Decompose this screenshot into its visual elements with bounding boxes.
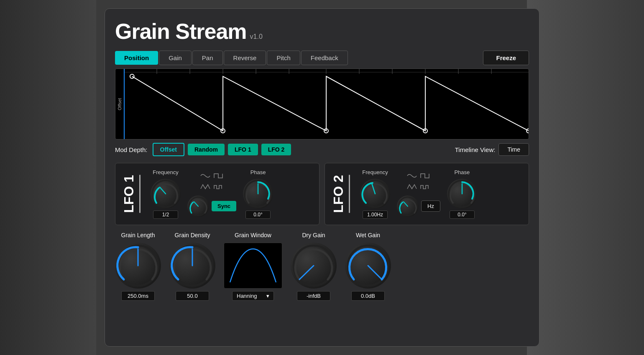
tab-position[interactable]: Position — [115, 51, 158, 65]
lfo2-square-wave-icon[interactable] — [419, 171, 431, 180]
lfo2-waveform-knob[interactable] — [397, 195, 419, 217]
grain-window-select[interactable]: Hanning ▾ — [232, 291, 274, 301]
dry-gain-value: -infdB — [297, 291, 330, 301]
mod-offset-button[interactable]: Offset — [153, 143, 184, 156]
lfo2-sine-wave-icon[interactable] — [406, 171, 418, 180]
lfo-sections: LFO 1 Frequency 1/2 — [115, 163, 529, 225]
lfo1-frequency-value: 1/2 — [153, 210, 178, 219]
mod-random-button[interactable]: Random — [188, 144, 225, 155]
grain-density-label: Grain Density — [175, 232, 210, 238]
background-right — [527, 0, 644, 355]
timeline-button[interactable]: Time — [498, 143, 529, 156]
lfo1-phase-knob[interactable] — [243, 179, 273, 209]
lfo2-phase-label: Phase — [454, 169, 470, 175]
lfo1-waveform-icons — [199, 171, 225, 191]
wet-gain-value: 0.0dB — [351, 291, 385, 301]
grain-window-value: Hanning — [237, 293, 257, 299]
square-wave-icon[interactable] — [213, 171, 225, 180]
lfo2-frequency-group: Frequency 1.00Hz — [360, 169, 390, 219]
wet-gain-label: Wet Gain — [356, 232, 380, 238]
lfo1-section: LFO 1 Frequency 1/2 — [115, 163, 319, 225]
dry-gain-group: Dry Gain -infdB — [291, 232, 337, 301]
grain-window-display — [224, 243, 282, 289]
grain-length-value: 250.0ms — [121, 291, 155, 301]
lfo1-phase-label: Phase — [250, 169, 266, 175]
grain-length-group: Grain Length 250.0ms — [115, 232, 161, 301]
dry-gain-label: Dry Gain — [302, 232, 325, 238]
lfo2-title: LFO 2 — [331, 175, 350, 213]
wet-gain-knob[interactable] — [345, 243, 391, 289]
tab-gain[interactable]: Gain — [159, 51, 192, 65]
svg-line-37 — [368, 266, 381, 279]
lfo2-frequency-knob[interactable] — [360, 179, 390, 209]
offset-line — [124, 69, 125, 139]
grain-window-group: Grain Window Hanning ▾ — [224, 232, 282, 301]
lfo2-sawtooth-wave-icon[interactable] — [419, 182, 431, 191]
header: Grain Stream v1.0 — [115, 19, 529, 44]
lfo1-waveform-selector: Sync — [187, 171, 236, 217]
mod-depth-row: Mod Depth: Offset Random LFO 1 LFO 2 Tim… — [115, 143, 529, 156]
tab-pitch[interactable]: Pitch — [267, 51, 300, 65]
lfo2-hz-button[interactable]: Hz — [421, 200, 440, 212]
lfo2-phase-value: 0.0° — [450, 210, 475, 219]
dry-gain-knob[interactable] — [291, 243, 337, 289]
bottom-params-row: Grain Length 250.0ms Grain Density — [115, 232, 529, 301]
mod-lfo2-button[interactable]: LFO 2 — [261, 144, 291, 155]
lfo1-frequency-knob-container: 1/2 — [151, 179, 181, 219]
svg-line-21 — [194, 202, 198, 206]
mod-depth-label: Mod Depth: — [115, 146, 148, 153]
lfo2-phase-knob[interactable] — [447, 179, 477, 209]
timeline-label: Timeline View: — [455, 146, 496, 153]
lfo1-frequency-group: Frequency 1/2 — [151, 169, 181, 219]
grain-length-knob[interactable] — [115, 243, 161, 289]
grain-density-knob[interactable] — [169, 243, 215, 289]
svg-line-35 — [299, 266, 314, 279]
plugin-title: Grain Stream — [115, 19, 247, 44]
background-left — [0, 0, 96, 355]
lfo1-sync-button[interactable]: Sync — [212, 201, 236, 211]
grain-window-label: Grain Window — [235, 232, 271, 238]
lfo2-frequency-knob-container: 1.00Hz — [360, 179, 390, 219]
lfo1-frequency-knob[interactable] — [151, 179, 181, 209]
grain-length-label: Grain Length — [121, 232, 155, 238]
lfo2-frequency-value: 1.00Hz — [363, 210, 388, 219]
triangle-wave-icon[interactable] — [199, 182, 211, 191]
lfo1-phase-group: Phase 0.0° — [243, 169, 273, 219]
lfo2-triangle-wave-icon[interactable] — [406, 182, 418, 191]
svg-line-19 — [160, 187, 166, 194]
wet-gain-group: Wet Gain 0.0dB — [345, 232, 391, 301]
plugin-version: v1.0 — [250, 33, 263, 41]
lfo1-phase-knob-container: 0.0° — [243, 179, 273, 219]
lfo2-section: LFO 2 Frequency 1.00Hz — [325, 163, 529, 225]
lfo-waveform-display — [124, 69, 529, 139]
tab-pan[interactable]: Pan — [192, 51, 223, 65]
grain-window-chevron-icon: ▾ — [266, 293, 269, 299]
lfo2-waveform-icons — [406, 171, 431, 191]
lfo1-frequency-label: Frequency — [153, 169, 178, 175]
grain-density-group: Grain Density 50.0 — [169, 232, 215, 301]
tab-reverse[interactable]: Reverse — [224, 51, 266, 65]
grain-density-value: 50.0 — [176, 291, 209, 301]
lfo1-title: LFO 1 — [121, 175, 141, 213]
svg-point-12 — [130, 74, 134, 79]
svg-line-27 — [404, 202, 408, 206]
tab-bar: Position Gain Pan Reverse Pitch Feedback… — [115, 51, 529, 65]
plugin-container: Grain Stream v1.0 Position Gain Pan Reve… — [105, 8, 539, 347]
freeze-button[interactable]: Freeze — [483, 51, 529, 65]
lfo2-phase-group: Phase 0.0° — [447, 169, 477, 219]
lfo-display: Offset — [115, 68, 529, 139]
lfo2-phase-knob-container: 0.0° — [447, 179, 477, 219]
lfo1-phase-value: 0.0° — [245, 210, 271, 219]
mod-lfo1-button[interactable]: LFO 1 — [228, 144, 258, 155]
sawtooth-wave-icon[interactable] — [213, 182, 225, 191]
sine-wave-icon[interactable] — [199, 171, 211, 180]
tab-feedback[interactable]: Feedback — [301, 51, 348, 65]
lfo2-frequency-label: Frequency — [362, 169, 388, 175]
lfo1-waveform-knob[interactable] — [187, 195, 209, 217]
lfo2-waveform-selector: Hz — [397, 171, 440, 217]
offset-label: Offset — [115, 69, 124, 139]
